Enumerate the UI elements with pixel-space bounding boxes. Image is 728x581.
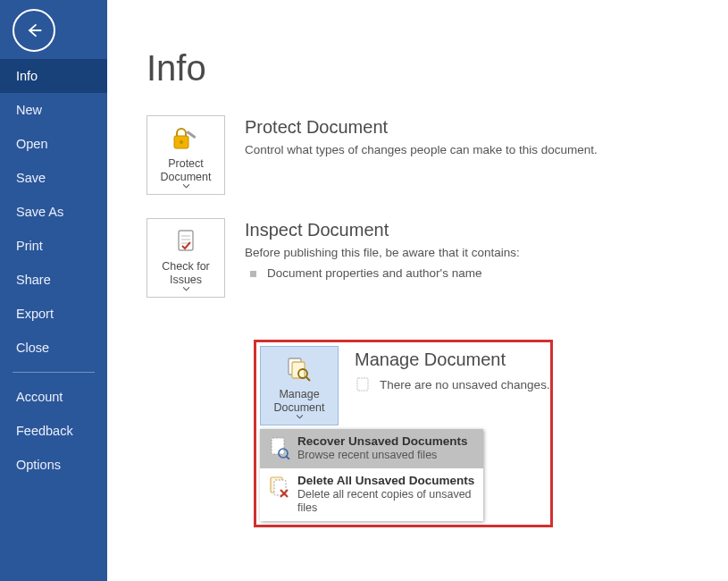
sidebar-separator [13, 372, 95, 373]
svg-rect-11 [357, 378, 368, 391]
sidebar-item-feedback[interactable]: Feedback [0, 414, 107, 448]
document-icon [356, 377, 369, 392]
section-protect: Protect Document Protect Document Contro… [146, 115, 728, 195]
sidebar-item-options[interactable]: Options [0, 448, 107, 482]
sidebar-item-info[interactable]: Info [0, 59, 107, 93]
chevron-down-icon [183, 287, 189, 291]
page-title: Info [146, 48, 728, 88]
sidebar-item-open[interactable]: Open [0, 127, 107, 161]
chevron-down-icon [297, 415, 303, 419]
check-for-issues-button-label: Check for Issues [151, 260, 221, 287]
manage-document-menu: Recover Unsaved Documents Browse recent … [260, 429, 483, 521]
sidebar-item-close[interactable]: Close [0, 331, 107, 365]
document-recover-icon [267, 434, 292, 459]
menu-item-recover-title: Recover Unsaved Documents [297, 434, 476, 448]
sidebar-item-account[interactable]: Account [0, 380, 107, 414]
menu-item-delete-unsaved[interactable]: Delete All Unsaved Documents Delete all … [260, 468, 483, 521]
backstage-sidebar: Info New Open Save Save As Print Share E… [0, 0, 107, 581]
inspect-bullet-row: Document properties and author's name [245, 266, 728, 280]
svg-line-10 [306, 377, 310, 381]
menu-item-recover-unsaved[interactable]: Recover Unsaved Documents Browse recent … [260, 429, 483, 468]
svg-line-14 [287, 457, 290, 460]
sidebar-item-save-as[interactable]: Save As [0, 195, 107, 229]
sidebar-item-print[interactable]: Print [0, 229, 107, 263]
sidebar-item-new[interactable]: New [0, 93, 107, 127]
menu-item-delete-title: Delete All Unsaved Documents [297, 474, 476, 487]
section-manage: Manage Document Manage Document There ar… [256, 342, 550, 425]
inspect-document-title: Inspect Document [245, 220, 728, 240]
document-delete-icon [267, 474, 292, 499]
bullet-square-icon [250, 271, 256, 277]
section-inspect: Check for Issues Inspect Document Before… [146, 218, 728, 298]
check-for-issues-button[interactable]: Check for Issues [146, 218, 225, 298]
manage-document-button-label: Manage Document [264, 388, 334, 415]
protect-document-desc: Control what types of changes people can… [245, 143, 728, 156]
svg-rect-12 [272, 438, 284, 454]
protect-document-button[interactable]: Protect Document [146, 115, 225, 195]
lock-key-icon [172, 123, 200, 154]
menu-item-recover-sub: Browse recent unsaved files [297, 449, 476, 463]
manage-document-title: Manage Document [355, 349, 550, 370]
inspect-document-desc: Before publishing this file, be aware th… [245, 246, 728, 259]
sidebar-item-save[interactable]: Save [0, 161, 107, 195]
highlight-box: Manage Document Manage Document There ar… [254, 340, 553, 527]
sidebar-item-export[interactable]: Export [0, 297, 107, 331]
inspect-bullet-text: Document properties and author's name [267, 266, 481, 280]
arrow-left-icon [25, 21, 43, 39]
sidebar-item-share[interactable]: Share [0, 263, 107, 297]
document-search-icon [285, 354, 314, 384]
manage-document-button[interactable]: Manage Document [260, 346, 339, 425]
menu-item-delete-sub: Delete all recent copies of unsaved file… [297, 488, 476, 516]
svg-point-1 [180, 140, 183, 144]
manage-status-row: There are no unsaved changes. [355, 377, 550, 392]
protect-document-title: Protect Document [245, 117, 728, 138]
protect-document-button-label: Protect Document [151, 157, 221, 184]
document-check-icon [172, 226, 199, 257]
manage-status-text: There are no unsaved changes. [380, 378, 550, 392]
back-button[interactable] [13, 9, 55, 52]
chevron-down-icon [183, 184, 189, 189]
content-area: Info Protect Document Protect Document C… [107, 0, 728, 581]
